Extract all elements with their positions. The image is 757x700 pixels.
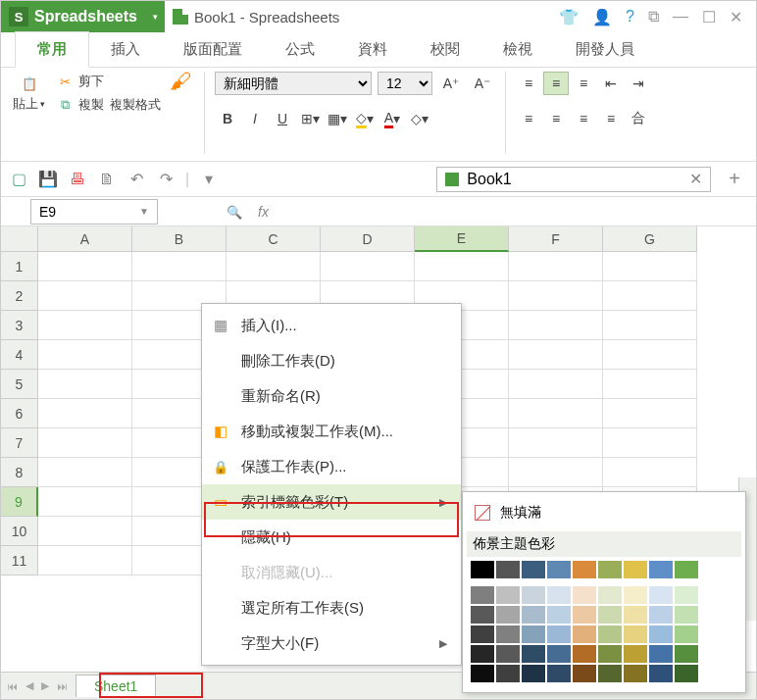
- no-fill-option[interactable]: 無填滿: [471, 498, 737, 527]
- cell[interactable]: [38, 399, 132, 428]
- cell[interactable]: [509, 281, 603, 311]
- color-swatch[interactable]: [471, 645, 494, 663]
- align-justify-button[interactable]: ≡: [598, 107, 624, 130]
- indent-right-button[interactable]: ⇥: [626, 72, 651, 95]
- column-header[interactable]: B: [132, 226, 227, 252]
- color-swatch[interactable]: [598, 625, 622, 643]
- color-swatch[interactable]: [675, 606, 698, 624]
- indent-left-button[interactable]: ⇤: [598, 72, 624, 95]
- column-header[interactable]: A: [38, 226, 132, 252]
- new-doc-button[interactable]: +: [721, 168, 748, 190]
- help-icon[interactable]: ?: [626, 8, 634, 25]
- color-swatch[interactable]: [547, 586, 571, 604]
- color-swatch[interactable]: [547, 561, 571, 578]
- color-swatch[interactable]: [649, 606, 673, 624]
- clear-format-button[interactable]: ◇▾: [407, 107, 432, 130]
- color-swatch[interactable]: [522, 586, 545, 604]
- color-swatch[interactable]: [649, 625, 673, 643]
- color-swatch[interactable]: [471, 586, 494, 604]
- color-swatch[interactable]: [522, 561, 545, 578]
- color-swatch[interactable]: [573, 586, 596, 604]
- bold-button[interactable]: B: [215, 107, 240, 130]
- qat-preview-icon[interactable]: 🗎: [97, 170, 117, 189]
- sheet-nav-first-icon[interactable]: ⏮: [7, 680, 18, 692]
- menu-move-copy[interactable]: 移動或複製工作表(M)...: [202, 414, 461, 449]
- color-swatch[interactable]: [624, 606, 647, 624]
- fill-color-button[interactable]: ◇▾: [352, 107, 378, 130]
- menu-font-size[interactable]: 字型大小(F)▶: [202, 625, 461, 661]
- column-header[interactable]: G: [603, 226, 697, 252]
- color-swatch[interactable]: [547, 625, 571, 643]
- menu-hide[interactable]: 隱藏(H): [202, 520, 461, 555]
- cell[interactable]: [603, 458, 697, 487]
- cell[interactable]: [38, 370, 132, 399]
- select-all-corner[interactable]: [1, 226, 38, 252]
- tab-formula[interactable]: 公式: [264, 32, 336, 67]
- color-swatch[interactable]: [496, 645, 520, 663]
- cell[interactable]: [509, 399, 603, 428]
- italic-button[interactable]: I: [242, 107, 268, 130]
- menu-rename[interactable]: 重新命名(R): [202, 378, 461, 414]
- sheet-nav-prev-icon[interactable]: ◀: [25, 679, 33, 692]
- font-color-button[interactable]: A▾: [379, 107, 405, 130]
- color-swatch[interactable]: [649, 586, 673, 604]
- format-painter-big[interactable]: [167, 70, 194, 93]
- brand-dropdown-icon[interactable]: ▾: [147, 1, 165, 32]
- maximize-icon[interactable]: ☐: [702, 8, 716, 26]
- cell[interactable]: [38, 546, 132, 575]
- color-swatch[interactable]: [496, 561, 520, 578]
- color-swatch[interactable]: [624, 561, 647, 578]
- cell[interactable]: [509, 458, 603, 487]
- column-header[interactable]: E: [415, 226, 509, 252]
- color-swatch[interactable]: [598, 645, 622, 663]
- color-swatch[interactable]: [496, 606, 520, 624]
- cell[interactable]: [415, 252, 509, 281]
- tab-layout[interactable]: 版面配置: [162, 32, 264, 67]
- color-swatch[interactable]: [496, 665, 520, 682]
- tab-insert[interactable]: 插入: [89, 32, 162, 67]
- shirt-icon[interactable]: 👕: [559, 8, 579, 26]
- color-swatch[interactable]: [573, 606, 596, 624]
- column-header[interactable]: C: [227, 226, 321, 252]
- tab-review[interactable]: 校閱: [409, 32, 481, 67]
- qat-redo-icon[interactable]: ↷: [156, 170, 176, 189]
- column-header[interactable]: F: [509, 226, 603, 252]
- name-box[interactable]: E9 ▼: [30, 199, 158, 225]
- user-icon[interactable]: 👤: [592, 8, 612, 26]
- color-swatch[interactable]: [649, 561, 673, 578]
- cell[interactable]: [603, 281, 697, 311]
- cell[interactable]: [603, 311, 697, 340]
- color-swatch[interactable]: [573, 665, 596, 682]
- cell[interactable]: [603, 399, 697, 428]
- cell[interactable]: [509, 370, 603, 399]
- tab-home[interactable]: 常用: [15, 31, 89, 68]
- cell[interactable]: [509, 340, 603, 370]
- font-size-select[interactable]: 12: [378, 72, 432, 95]
- doc-tab-close-icon[interactable]: ✕: [689, 170, 702, 188]
- tab-view[interactable]: 檢視: [481, 32, 554, 67]
- dropdown-icon[interactable]: ⧉: [648, 8, 659, 25]
- color-swatch[interactable]: [573, 645, 596, 663]
- color-swatch[interactable]: [547, 645, 571, 663]
- sheet-tab[interactable]: Sheet1: [76, 675, 156, 697]
- color-swatch[interactable]: [522, 645, 545, 663]
- color-swatch[interactable]: [624, 645, 647, 663]
- format-painter-button[interactable]: 複製格式: [110, 96, 161, 114]
- align-right-button[interactable]: ≡: [571, 107, 596, 130]
- cell[interactable]: [38, 252, 132, 281]
- align-left-button[interactable]: ≡: [516, 107, 541, 130]
- color-swatch[interactable]: [547, 665, 571, 682]
- qat-more-icon[interactable]: ▾: [199, 170, 219, 189]
- color-swatch[interactable]: [649, 645, 673, 663]
- row-header[interactable]: 10: [1, 517, 38, 546]
- menu-select-all-sheets[interactable]: 選定所有工作表(S): [202, 590, 461, 625]
- cell[interactable]: [227, 252, 321, 281]
- color-swatch[interactable]: [675, 561, 698, 578]
- menu-delete-sheet[interactable]: 刪除工作表(D): [202, 343, 461, 378]
- cell[interactable]: [38, 340, 132, 370]
- name-box-dropdown-icon[interactable]: ▼: [139, 206, 149, 217]
- row-header[interactable]: 6: [1, 399, 38, 428]
- cell[interactable]: [509, 428, 603, 458]
- font-name-select[interactable]: 新細明體: [215, 72, 372, 95]
- color-swatch[interactable]: [522, 606, 545, 624]
